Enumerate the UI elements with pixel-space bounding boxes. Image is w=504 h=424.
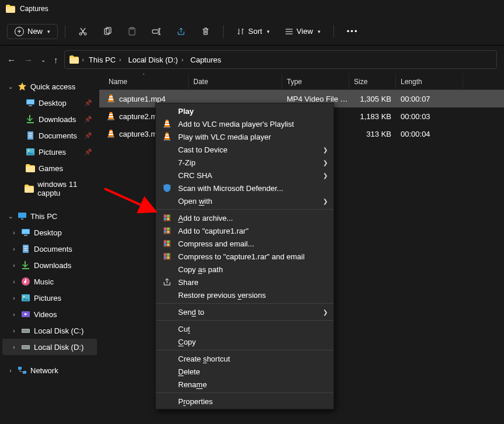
menu-item[interactable]: 7-Zip❯ [156, 156, 333, 169]
menu-item[interactable]: CRC SHA❯ [156, 169, 333, 182]
menu-item[interactable]: Cast to Device❯ [156, 143, 333, 156]
menu-item[interactable]: Add to "capture1.rar" [156, 224, 333, 237]
menu-item[interactable]: Add to archive... [156, 211, 333, 224]
menu-item[interactable]: Compress and email... [156, 237, 333, 250]
expand-icon: › [11, 311, 18, 318]
sidebar-pc-item[interactable]: ›Pictures [2, 290, 97, 306]
menu-item[interactable]: Rename [156, 378, 333, 391]
blank-icon [162, 264, 172, 274]
column-type[interactable]: Type [282, 74, 349, 89]
menu-item[interactable]: Create shortcut [156, 352, 333, 365]
sort-button[interactable]: Sort ▾ [231, 23, 276, 39]
sidebar-network[interactable]: ›Network [2, 362, 97, 378]
menu-item[interactable]: Properties [156, 395, 333, 408]
sidebar-pc-item[interactable]: ›Desktop [2, 224, 97, 241]
svg-rect-49 [165, 124, 169, 125]
sidebar-qa-item[interactable]: Desktop📌 [2, 95, 97, 111]
chevron-right-icon: ❯ [323, 198, 328, 204]
view-button[interactable]: View ▾ [279, 23, 326, 39]
file-length: 00:00:07 [396, 95, 463, 103]
sidebar-pc-item[interactable]: ›Documents [2, 241, 97, 257]
file-length: 00:00:04 [396, 130, 463, 138]
menu-item[interactable]: Delete [156, 365, 333, 378]
menu-item[interactable]: Scan with Microsoft Defender... [156, 182, 333, 194]
sidebar-qa-item[interactable]: Pictures📌 [2, 144, 97, 160]
blank-icon [162, 379, 172, 390]
crumb-label: This PC [89, 55, 116, 64]
column-length[interactable]: Length [396, 74, 463, 89]
chevron-down-icon: ▾ [318, 29, 321, 34]
sidebar-pc-item[interactable]: ›Local Disk (D:) [2, 339, 97, 355]
delete-button[interactable] [195, 23, 216, 40]
sidebar-item-label: Quick access [30, 82, 75, 91]
breadcrumb-drive[interactable]: Local Disk (D:)› [127, 54, 186, 65]
column-name[interactable]: ˄Name [99, 74, 189, 89]
svg-point-1 [84, 33, 86, 35]
menu-item[interactable]: Cut [156, 322, 333, 335]
svg-rect-73 [167, 256, 169, 259]
rar-icon [162, 213, 172, 223]
address-bar[interactable]: › This PC› Local Disk (D:)› Captures [64, 50, 498, 69]
svg-rect-42 [109, 114, 113, 115]
menu-item[interactable]: Open with❯ [156, 194, 333, 207]
chevron-down-icon: ▾ [267, 29, 270, 34]
svg-rect-61 [167, 228, 169, 230]
back-button[interactable]: ← [7, 55, 16, 65]
sidebar-qa-item[interactable]: Documents📌 [2, 127, 97, 144]
more-button[interactable]: ••• [341, 23, 364, 39]
rename-button[interactable] [146, 23, 167, 40]
menu-label: Open with [178, 197, 213, 206]
svg-rect-70 [164, 253, 166, 256]
menu-item[interactable]: Copy as path [156, 263, 333, 276]
sidebar-qa-item[interactable]: Downloads📌 [2, 111, 97, 127]
column-date[interactable]: Date [189, 74, 282, 89]
recent-button[interactable]: ⌄ [41, 57, 46, 63]
menu-item[interactable]: Copy [156, 335, 333, 348]
breadcrumb-this-pc[interactable]: This PC› [88, 54, 124, 65]
pin-icon: 📌 [84, 116, 92, 123]
separator [333, 25, 334, 38]
disk-icon [21, 342, 30, 352]
expand-icon: › [11, 262, 18, 269]
share-button[interactable] [171, 23, 192, 40]
up-button[interactable]: ↑ [54, 55, 58, 65]
sidebar-pc-item[interactable]: ›Videos [2, 306, 97, 322]
menu-label: Restore previous versions [178, 291, 266, 300]
column-size[interactable]: Size [349, 74, 396, 89]
network-icon [18, 366, 27, 375]
window-title: Captures [20, 5, 48, 13]
svg-rect-47 [107, 137, 114, 138]
svg-rect-21 [24, 235, 27, 236]
menu-item[interactable]: Add to VLC media player's Playlist [156, 117, 333, 130]
rar-icon [162, 238, 172, 249]
menu-item[interactable]: Send to❯ [156, 305, 333, 318]
menu-item[interactable]: Compress to "capture1.rar" and email [156, 250, 333, 263]
sidebar-pc-item[interactable]: ›Local Disk (C:) [2, 322, 97, 339]
menu-item[interactable]: Play [156, 105, 333, 117]
paste-button[interactable] [121, 23, 142, 40]
sidebar-pc-item[interactable]: ›Music [2, 273, 97, 290]
svg-rect-46 [109, 134, 113, 135]
menu-item[interactable]: Share [156, 276, 333, 289]
sidebar-pc-item[interactable]: ›Downloads [2, 257, 97, 273]
svg-rect-24 [24, 248, 27, 249]
rename-icon [152, 27, 161, 36]
svg-rect-44 [107, 119, 114, 120]
separator [223, 25, 224, 38]
svg-rect-10 [27, 122, 34, 123]
sidebar-qa-item[interactable]: Games [2, 160, 97, 176]
breadcrumb-folder[interactable]: Captures [189, 54, 223, 65]
cut-button[interactable] [72, 23, 93, 40]
menu-item[interactable]: Restore previous versions [156, 289, 333, 301]
sidebar-qa-item[interactable]: windows 11 capptu [2, 176, 97, 201]
new-button[interactable]: + New ▾ [7, 24, 58, 39]
svg-rect-67 [164, 244, 166, 246]
blank-icon [162, 144, 172, 155]
chevron-right-icon: › [119, 57, 121, 63]
sidebar-this-pc[interactable]: ⌄This PC [2, 208, 97, 224]
svg-rect-25 [24, 250, 27, 251]
forward-button[interactable]: → [24, 55, 33, 65]
sidebar-quick-access[interactable]: ⌄Quick access [2, 78, 97, 95]
copy-button[interactable] [97, 23, 118, 40]
menu-item[interactable]: Play with VLC media player [156, 130, 333, 143]
